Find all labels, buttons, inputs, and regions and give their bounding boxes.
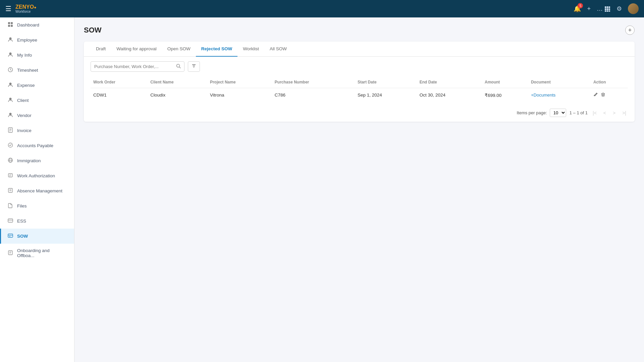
svg-rect-10 — [11, 22, 13, 24]
sidebar-item-onboarding[interactable]: Onboarding and Offboa... — [0, 244, 74, 262]
hamburger-menu[interactable]: ☰ — [5, 5, 11, 13]
first-page-button[interactable]: |< — [591, 109, 598, 117]
sidebar-item-accounts-payable[interactable]: Accounts Payable — [0, 138, 74, 153]
cell-amount: ₹699.00 — [482, 88, 528, 102]
sidebar-item-files[interactable]: Files — [0, 198, 74, 214]
svg-rect-35 — [8, 219, 13, 222]
client-icon — [7, 97, 14, 104]
pagination: Items per page: 10 25 50 1 – 1 of 1 |< <… — [84, 105, 635, 122]
notification-bell[interactable]: 🔔 5 — [574, 5, 581, 12]
svg-point-18 — [9, 83, 12, 85]
cell-action — [591, 88, 628, 102]
col-end-date: End Date — [417, 76, 482, 88]
svg-point-19 — [9, 98, 12, 100]
sidebar-label-my-info: My Info — [17, 53, 32, 58]
filter-button[interactable] — [188, 61, 200, 72]
svg-rect-37 — [8, 234, 13, 237]
tab-draft[interactable]: Draft — [91, 42, 111, 57]
add-sow-button[interactable]: + — [625, 25, 635, 35]
add-button[interactable]: + — [587, 5, 591, 12]
sow-icon — [7, 233, 14, 239]
sidebar-label-absence-management: Absence Management — [17, 188, 62, 193]
sidebar-item-vendor[interactable]: Vendor — [0, 108, 74, 123]
next-page-button[interactable]: > — [611, 109, 617, 117]
sidebar: Dashboard Employee My Info Timesheet Exp… — [0, 17, 74, 362]
page-header: SOW + — [84, 25, 635, 35]
absence-management-icon — [7, 188, 14, 194]
sidebar-item-absence-management[interactable]: Absence Management — [0, 183, 74, 198]
items-per-page: Items per page: 10 25 50 — [517, 109, 566, 117]
per-page-select[interactable]: 10 25 50 — [550, 109, 566, 117]
last-page-button[interactable]: >| — [621, 109, 628, 117]
sidebar-item-sow[interactable]: SOW — [0, 229, 74, 244]
svg-line-44 — [179, 67, 181, 68]
my-info-icon — [7, 52, 14, 58]
timesheet-icon — [7, 67, 14, 73]
vendor-icon — [7, 112, 14, 119]
search-icon[interactable] — [176, 64, 181, 69]
tab-open-sow[interactable]: Open SOW — [162, 42, 196, 57]
sidebar-label-accounts-payable: Accounts Payable — [17, 143, 53, 148]
user-avatar[interactable] — [628, 3, 639, 14]
tab-waiting-for-approval[interactable]: Waiting for approval — [111, 42, 162, 57]
sidebar-item-employee[interactable]: Employee — [0, 33, 74, 48]
main-layout: Dashboard Employee My Info Timesheet Exp… — [0, 17, 644, 362]
cell-document[interactable]: +Documents — [528, 88, 591, 102]
sidebar-item-my-info[interactable]: My Info — [0, 48, 74, 63]
accounts-payable-icon — [7, 142, 14, 149]
col-project-name: Project Name — [207, 76, 272, 88]
svg-rect-4 — [607, 8, 608, 10]
sidebar-item-invoice[interactable]: Invoice — [0, 123, 74, 138]
grid-button[interactable]: … — [597, 5, 610, 12]
sidebar-label-ess: ESS — [17, 219, 26, 224]
delete-button[interactable] — [601, 92, 605, 98]
action-icons — [593, 92, 625, 98]
sidebar-item-expense[interactable]: Expense — [0, 78, 74, 93]
sidebar-label-dashboard: Dashboard — [17, 22, 39, 27]
table-header-row: Work Order Client Name Project Name Purc… — [91, 76, 628, 88]
cell-work-order: CDW1 — [91, 88, 148, 102]
sidebar-label-client: Client — [17, 98, 29, 103]
col-start-date: Start Date — [355, 76, 417, 88]
svg-rect-40 — [8, 251, 12, 255]
toolbar — [84, 57, 635, 76]
svg-line-48 — [596, 93, 597, 94]
settings-button[interactable]: ⚙ — [616, 5, 622, 12]
app-name: ZENYO● — [15, 4, 36, 10]
tab-worklist[interactable]: Worklist — [237, 42, 264, 57]
sidebar-item-immigration[interactable]: Immigration — [0, 153, 74, 168]
page-info: 1 – 1 of 1 — [570, 110, 588, 115]
cell-project-name: Vitrona — [207, 88, 272, 102]
expense-icon — [7, 82, 14, 88]
tab-all-sow[interactable]: All SOW — [264, 42, 292, 57]
edit-button[interactable] — [593, 92, 598, 98]
cell-start-date: Sep 1, 2024 — [355, 88, 417, 102]
sidebar-label-files: Files — [17, 203, 27, 208]
col-work-order: Work Order — [91, 76, 148, 88]
sidebar-label-expense: Expense — [17, 83, 35, 88]
col-client-name: Client Name — [148, 76, 207, 88]
sidebar-label-sow: SOW — [17, 234, 28, 239]
sidebar-item-timesheet[interactable]: Timesheet — [0, 63, 74, 78]
items-per-page-label: Items per page: — [517, 110, 547, 115]
document-link[interactable]: +Documents — [531, 93, 555, 98]
app-subtitle: Workforce — [15, 10, 36, 13]
prev-page-button[interactable]: < — [602, 109, 608, 117]
sidebar-item-dashboard[interactable]: Dashboard — [0, 17, 74, 33]
svg-rect-7 — [607, 10, 608, 12]
sidebar-item-work-authorization[interactable]: Work Authorization — [0, 168, 74, 183]
search-box[interactable] — [91, 61, 184, 72]
search-input[interactable] — [94, 64, 174, 69]
col-amount: Amount — [482, 76, 528, 88]
svg-rect-8 — [609, 10, 610, 12]
svg-rect-5 — [609, 8, 610, 10]
work-authorization-icon — [7, 173, 14, 179]
svg-rect-9 — [8, 22, 10, 24]
col-document: Document — [528, 76, 591, 88]
svg-line-17 — [10, 70, 11, 70]
sidebar-item-ess[interactable]: ESS — [0, 214, 74, 229]
svg-rect-1 — [607, 6, 608, 8]
sidebar-item-client[interactable]: Client — [0, 93, 74, 108]
table-wrapper: Work Order Client Name Project Name Purc… — [84, 76, 635, 105]
tab-rejected-sow[interactable]: Rejected SOW — [196, 42, 237, 57]
